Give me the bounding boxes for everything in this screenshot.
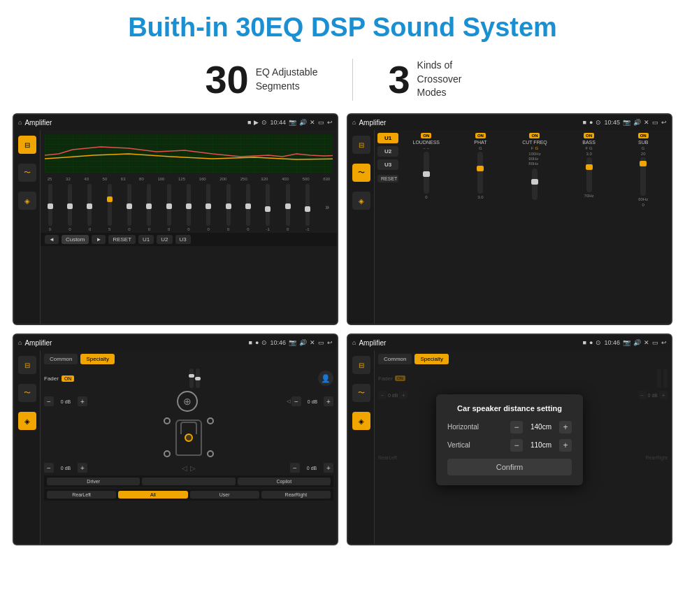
eq-slider-9[interactable]: 0 — [199, 184, 218, 231]
eq-slider-11[interactable]: 0 — [238, 184, 257, 231]
dialog-vertical-label: Vertical — [447, 441, 470, 449]
vol-br-minus[interactable]: − — [290, 463, 300, 473]
vol-bl-minus[interactable]: − — [44, 463, 54, 473]
driver-btn[interactable]: Driver — [47, 478, 140, 485]
vol-tl-minus[interactable]: − — [44, 396, 54, 406]
sidebar-eq-icon-3[interactable]: ⊟ — [18, 356, 36, 374]
screen-fader-content: ⊟ 〜 ◈ Common Specialty Fader ON — [14, 350, 337, 544]
eq-prev-btn[interactable]: ◄ — [45, 235, 59, 244]
screen-eq-title: Amplifier — [24, 119, 245, 127]
eq-slider-2[interactable]: 0 — [60, 184, 79, 231]
eq-u1-btn[interactable]: U1 — [138, 235, 154, 244]
eq-reset-btn[interactable]: RESET — [108, 235, 136, 244]
bass-on-badge: ON — [584, 133, 594, 138]
rearleft-btn[interactable]: RearLeft — [47, 491, 116, 499]
vol-tr-plus[interactable]: + — [324, 396, 333, 406]
all-btn[interactable]: All — [118, 491, 187, 499]
close-icon-2[interactable]: ✕ — [644, 119, 649, 126]
dialog-horizontal-label: Horizontal — [447, 423, 479, 431]
eq-play-btn[interactable]: ► — [92, 235, 106, 244]
stats-row: 30 EQ Adjustable Segments 3 Kinds of Cro… — [0, 50, 685, 113]
user-btn[interactable]: User — [190, 491, 259, 499]
vol-br-plus[interactable]: + — [324, 463, 333, 473]
eq-slider-12[interactable]: -1 — [259, 184, 277, 231]
screen-crossover-topbar: ⌂ Amplifier ■ ● ⊙ 10:45 📷 🔊 ✕ ▭ ↩ — [348, 115, 671, 130]
speaker-icon-2: 🔊 — [633, 119, 641, 126]
home-icon-3[interactable]: ⌂ — [18, 339, 22, 346]
car-layout — [44, 415, 333, 460]
dialog-vertical-value-group: − 110cm + — [510, 439, 572, 452]
sidebar-eq-icon-2[interactable]: ⊟ — [352, 136, 370, 154]
preset-u2-btn[interactable]: U2 — [377, 146, 398, 157]
rearright-btn[interactable]: RearRight — [261, 491, 331, 499]
sidebar-wave-icon-3[interactable]: 〜 — [18, 384, 36, 402]
eq-u2-btn[interactable]: U2 — [157, 235, 172, 244]
sidebar-wave-icon[interactable]: 〜 — [18, 164, 36, 182]
sidebar-vol-icon-3[interactable]: ◈ — [18, 412, 36, 430]
close-icon-3[interactable]: ✕ — [310, 339, 315, 346]
stat-eq: 30 EQ Adjustable Segments — [170, 57, 352, 102]
camera-icon-3: 📷 — [289, 339, 296, 346]
crossover-reset-btn[interactable]: RESET — [377, 175, 398, 182]
eq-custom-btn[interactable]: Custom — [62, 235, 89, 244]
vol-tr-minus[interactable]: − — [291, 396, 301, 406]
screen-crossover-content: ⊟ 〜 ◈ U1 U2 U3 RESET — [348, 130, 671, 324]
screen-fader-time: 10:46 — [270, 339, 286, 346]
eq-slider-6[interactable]: 0 — [140, 184, 159, 231]
sidebar-vol-icon[interactable]: ◈ — [18, 192, 36, 210]
vol-bl-plus[interactable]: + — [78, 463, 87, 473]
eq-slider-14[interactable]: -1 — [298, 184, 317, 231]
screen-fader: ⌂ Amplifier ■ ● ⊙ 10:46 📷 🔊 ✕ ▭ ↩ ⊟ 〜 ◈ … — [13, 334, 338, 545]
preset-u3-btn[interactable]: U3 — [377, 159, 398, 170]
dialog-horizontal-value-group: − 140cm + — [510, 421, 572, 434]
dialog-horizontal-minus[interactable]: − — [510, 421, 523, 434]
eq-slider-10[interactable]: 0 — [219, 184, 238, 231]
confirm-button[interactable]: Confirm — [447, 459, 572, 475]
screen-dialog: ⌂ Amplifier ■ ● ⊙ 10:46 📷 🔊 ✕ ▭ ↩ ⊟ 〜 ◈ … — [347, 334, 672, 545]
location-icon-2: ⊙ — [596, 119, 601, 126]
eq-slider-more[interactable]: » — [318, 203, 337, 211]
vol-bl-value: 0 dB — [56, 466, 75, 471]
eq-slider-4[interactable]: 5 — [100, 184, 119, 231]
back-icon-2[interactable]: ↩ — [661, 119, 667, 126]
vol-tl-plus[interactable]: + — [78, 396, 87, 406]
dialog-vertical-minus[interactable]: − — [510, 439, 523, 452]
dialog-horizontal-plus[interactable]: + — [559, 421, 572, 434]
back-icon[interactable]: ↩ — [327, 119, 333, 126]
vol-tr-group: ◁ − 0 dB + — [287, 396, 333, 406]
screen-fader-title: Amplifier — [24, 339, 245, 347]
eq-u3-btn[interactable]: U3 — [175, 235, 191, 244]
copilot-btn[interactable]: Copilot — [238, 478, 331, 485]
preset-u1-btn[interactable]: U1 — [377, 133, 398, 143]
eq-slider-3[interactable]: 0 — [80, 184, 99, 231]
speaker-icon: 🔊 — [299, 119, 307, 126]
profile-icon-3[interactable]: 👤 — [318, 371, 333, 386]
eq-sliders: 0 0 0 5 0 — [41, 182, 337, 231]
camera-icon: 📷 — [289, 119, 296, 126]
eq-slider-7[interactable]: 0 — [159, 184, 178, 231]
eq-slider-5[interactable]: 0 — [120, 184, 138, 231]
back-icon-3[interactable]: ↩ — [327, 339, 333, 346]
sidebar-vol-icon-2[interactable]: ◈ — [352, 192, 370, 210]
menu-icon-2: ■ — [583, 119, 586, 126]
screen-crossover-main: U1 U2 U3 RESET ON LOUDNESS — [375, 130, 671, 324]
window-icon-2: ▭ — [652, 119, 658, 126]
screen-crossover-sidebar: ⊟ 〜 ◈ — [348, 130, 375, 324]
vol-bl-group: − 0 dB + — [44, 463, 87, 473]
fader-tab-common[interactable]: Common — [44, 354, 78, 364]
fader-tab-specialty[interactable]: Specialty — [80, 354, 114, 364]
close-icon[interactable]: ✕ — [310, 119, 315, 126]
screen-eq: ⌂ Amplifier ■ ▶ ⊙ 10:44 📷 🔊 ✕ ▭ ↩ ⊟ 〜 ◈ — [13, 113, 338, 325]
home-icon-2[interactable]: ⌂ — [352, 119, 356, 126]
sidebar-wave-icon-2[interactable]: 〜 — [352, 164, 370, 182]
sidebar-eq-icon[interactable]: ⊟ — [18, 136, 36, 154]
fader-bottom-btns-row: Driver Copilot — [44, 475, 333, 487]
home-icon[interactable]: ⌂ — [18, 119, 22, 126]
stat-eq-desc: EQ Adjustable Segments — [256, 66, 318, 93]
steering-icon: ⊕ — [177, 391, 198, 412]
dialog-vertical-plus[interactable]: + — [559, 439, 572, 452]
eq-slider-8[interactable]: 0 — [179, 184, 198, 231]
eq-slider-13[interactable]: 0 — [278, 184, 297, 231]
eq-slider-1[interactable]: 0 — [41, 184, 59, 231]
dialog-vertical-value: 110cm — [527, 441, 555, 449]
